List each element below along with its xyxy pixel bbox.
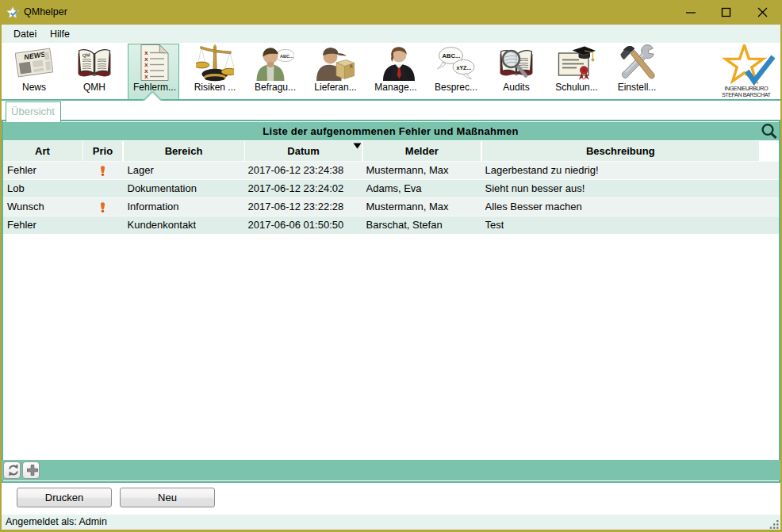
- svg-text:QM: QM: [82, 52, 90, 58]
- svg-text:STEFAN BARSCHAT: STEFAN BARSCHAT: [722, 91, 772, 98]
- svg-text:ABC...: ABC...: [280, 54, 293, 59]
- svg-text:ABC...: ABC...: [443, 52, 461, 59]
- svg-text:x: x: [144, 73, 148, 80]
- svg-text:xYZ...: xYZ...: [457, 65, 472, 71]
